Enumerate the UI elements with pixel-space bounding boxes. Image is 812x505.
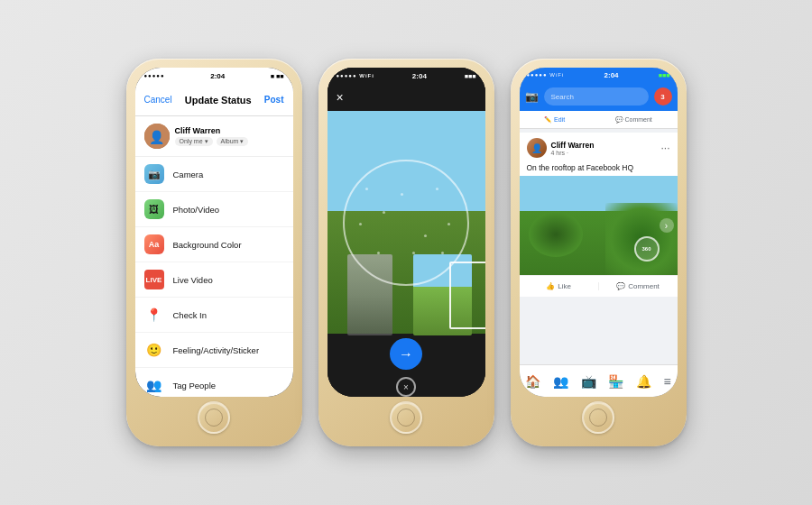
post-user-meta: Cliff Warren 4 hrs · xyxy=(551,141,595,156)
status-bar-1: ●●●●● 2:04 ■ ■■ xyxy=(135,68,293,84)
nav-notifications[interactable]: 🔔 xyxy=(636,374,651,389)
menu-item-photo[interactable]: 🖼 Photo/Video xyxy=(135,192,293,227)
phone-1: ●●●●● 2:04 ■ ■■ Cancel Update Status Pos… xyxy=(126,59,302,446)
post-avatar: 👤 xyxy=(527,138,547,158)
menu-item-bgcolor[interactable]: Aa Background Color xyxy=(135,227,293,262)
bgcolor-icon: Aa xyxy=(144,234,164,254)
arrow-icon: → xyxy=(399,346,413,363)
tagpeople-icon: 👥 xyxy=(144,375,164,395)
phone-3-screen-wrapper: ●●●●● WiFi 2:04 ■■■ 📷 Search 3 ✏️ E xyxy=(520,68,678,397)
camera-controls: → × xyxy=(328,334,485,397)
facebook-header: 📷 Search 3 xyxy=(520,82,678,111)
menu-item-checkin[interactable]: 📍 Check In xyxy=(135,298,293,333)
checkin-icon: 📍 xyxy=(144,305,164,325)
avatar-1 xyxy=(144,124,170,149)
nav-home[interactable]: 🏠 xyxy=(525,374,540,389)
close-button[interactable]: × xyxy=(337,90,344,105)
menu-label-bgcolor: Background Color xyxy=(173,240,242,250)
battery-3: ■■■ xyxy=(659,72,670,78)
nav-title: Update Status xyxy=(185,95,252,106)
phone-3-screen: ●●●●● WiFi 2:04 ■■■ 📷 Search 3 ✏️ E xyxy=(520,68,678,397)
nav-watch[interactable]: 📺 xyxy=(581,374,596,389)
battery-1: ■ ■■ xyxy=(271,73,284,79)
camera-header: × xyxy=(328,84,485,111)
menu-label-live: Live Video xyxy=(173,275,213,285)
next-button[interactable]: → xyxy=(390,338,422,370)
left-tree xyxy=(529,212,583,257)
post-image[interactable]: 360 › xyxy=(520,176,678,275)
post-time: 4 hrs · xyxy=(551,150,595,156)
phone-3: ●●●●● WiFi 2:04 ■■■ 📷 Search 3 ✏️ E xyxy=(511,59,687,446)
menu-label-checkin: Check In xyxy=(173,310,208,320)
carrier-3: ●●●●● WiFi xyxy=(527,72,565,78)
bottom-nav: 🏠 👥 📺 🏪 🔔 ≡ xyxy=(520,364,678,397)
like-button[interactable]: 👍 Like xyxy=(520,280,598,293)
status-time-1: 2:04 xyxy=(210,72,225,80)
carrier-2: ●●●●● WiFi xyxy=(337,73,374,78)
menu-item-camera[interactable]: 📷 Camera xyxy=(135,157,293,192)
quick-actions: ✏️ Edit 💬 Comment xyxy=(520,111,678,129)
status-menu: 📷 Camera 🖼 Photo/Video Aa Background Col… xyxy=(135,157,293,397)
nav-menu[interactable]: ≡ xyxy=(663,374,670,389)
image-next-arrow[interactable]: › xyxy=(660,218,674,233)
camera-viewfinder xyxy=(328,111,485,334)
main-scene: ●●●●● 2:04 ■ ■■ Cancel Update Status Pos… xyxy=(0,0,812,505)
profile-row: Cliff Warren Only me ▾ Album ▾ xyxy=(135,116,293,157)
home-button-2[interactable] xyxy=(390,401,422,434)
fb-camera-icon[interactable]: 📷 xyxy=(525,90,539,103)
menu-label-feeling: Feeling/Activity/Sticker xyxy=(173,345,260,355)
post-menu-button[interactable]: ··· xyxy=(660,142,669,154)
post-text: On the rooftop at Facebook HQ xyxy=(520,163,678,176)
comment-label: Comment xyxy=(628,282,660,290)
post-header: 👤 Cliff Warren 4 hrs · ··· xyxy=(520,133,678,163)
cancel-capture-button[interactable]: × xyxy=(396,377,416,397)
home-button-3[interactable] xyxy=(582,401,614,434)
like-label: Like xyxy=(558,282,571,290)
post-user-name[interactable]: Cliff Warren xyxy=(551,141,595,150)
update-status-nav: Cancel Update Status Post xyxy=(135,84,293,116)
like-icon: 👍 xyxy=(546,282,555,290)
battery-2: ■■■ xyxy=(465,73,476,79)
nav-marketplace[interactable]: 🏪 xyxy=(608,374,623,389)
home-button-1[interactable] xyxy=(198,401,230,434)
phone-2-screen: ●●●●● WiFi 2:04 ■■■ × xyxy=(328,68,485,397)
edit-action[interactable]: ✏️ Edit xyxy=(544,116,565,124)
menu-label-camera: Camera xyxy=(173,170,204,179)
status-bar-3: ●●●●● WiFi 2:04 ■■■ xyxy=(520,68,678,82)
360-badge[interactable]: 360 xyxy=(634,236,660,262)
privacy-selector[interactable]: Only me ▾ xyxy=(175,137,213,146)
post-card: 👤 Cliff Warren 4 hrs · ··· On the roofto… xyxy=(520,133,678,297)
post-user-info: 👤 Cliff Warren 4 hrs · xyxy=(527,138,595,158)
notif-count: 3 xyxy=(660,93,664,101)
nav-friends[interactable]: 👥 xyxy=(553,374,568,389)
cancel-button[interactable]: Cancel xyxy=(144,95,172,105)
search-bar[interactable]: Search xyxy=(544,87,649,106)
photo-icon: 🖼 xyxy=(144,199,164,219)
live-icon: LIVE xyxy=(144,270,164,289)
feed-spacer xyxy=(520,300,678,364)
menu-item-live[interactable]: LIVE Live Video xyxy=(135,262,293,298)
phone-2-screen-wrapper: ●●●●● WiFi 2:04 ■■■ × xyxy=(328,68,485,397)
album-selector[interactable]: Album ▾ xyxy=(217,137,249,146)
time-3: 2:04 xyxy=(604,71,619,79)
status-bar-2: ●●●●● WiFi 2:04 ■■■ xyxy=(328,68,485,84)
menu-item-tagpeople[interactable]: 👥 Tag People xyxy=(135,368,293,397)
profile-info: Cliff Warren Only me ▾ Album ▾ xyxy=(175,126,249,146)
search-placeholder: Search xyxy=(551,93,574,101)
phone-1-screen-wrapper: ●●●●● 2:04 ■ ■■ Cancel Update Status Pos… xyxy=(135,68,293,397)
menu-item-feeling[interactable]: 🙂 Feeling/Activity/Sticker xyxy=(135,333,293,368)
menu-label-tagpeople: Tag People xyxy=(173,381,217,390)
feeling-icon: 🙂 xyxy=(144,340,164,360)
phone-2: ●●●●● WiFi 2:04 ■■■ × xyxy=(318,59,494,446)
comment-button[interactable]: 💬 Comment xyxy=(599,280,678,293)
post-actions: 👍 Like 💬 Comment xyxy=(520,275,678,297)
capture-rect xyxy=(449,262,485,329)
post-button[interactable]: Post xyxy=(264,95,284,105)
user-name-1: Cliff Warren xyxy=(175,126,249,135)
comment-quick[interactable]: 💬 Comment xyxy=(615,116,652,124)
menu-label-photo: Photo/Video xyxy=(173,205,220,215)
comment-icon: 💬 xyxy=(616,282,625,290)
cancel-icon: × xyxy=(403,382,409,392)
notification-badge[interactable]: 3 xyxy=(654,87,672,106)
carrier-signal-1: ●●●●● xyxy=(144,73,165,78)
